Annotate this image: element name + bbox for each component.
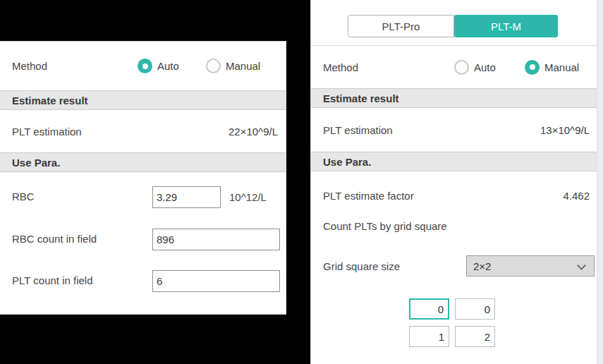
auto-radio-group[interactable]: Auto [138,59,179,73]
use-para-header: Use Para. [311,152,603,171]
method-label: Method [311,61,358,73]
manual-radio[interactable] [206,59,221,73]
grid-square-size-label: Grid square size [311,260,400,272]
grid-cell-input-r1c1[interactable] [455,326,495,347]
auto-radio-group[interactable]: Auto [454,60,496,75]
auto-radio[interactable] [138,59,152,73]
screen-background: Method Auto Manual Estimate result PLT e… [0,0,603,364]
use-para-header: Use Para. [0,152,286,172]
plt-count-label: PLT count in field [0,274,93,286]
manual-radio-group[interactable]: Manual [206,59,260,73]
plt-m-panel: PLT-Pro PLT-M Method Auto Manual Estimat… [310,0,603,364]
plt-estimate-factor-row: PLT estimate factor 4.462 [311,174,603,217]
tabs-row: PLT-Pro PLT-M [311,0,603,46]
plt-count-input[interactable] [152,270,280,292]
plt-estimation-value: 22×10^9/L [229,126,278,138]
rbc-count-input[interactable] [152,229,280,250]
plt-estimation-value: 13×10^9/L [540,124,590,136]
auto-radio[interactable] [454,60,469,75]
chevron-down-icon [577,261,586,270]
grid-cell-input-r0c0[interactable] [409,298,449,320]
tab-plt-m[interactable]: PLT-M [454,15,558,37]
rbc-count-row: RBC count in field [0,217,286,260]
grid-square-size-row: Grid square size 2×2 [311,245,603,286]
grid-square-size-select[interactable]: 2×2 [466,255,595,277]
plt-estimate-factor-label: PLT estimate factor [311,190,414,202]
plt-estimation-label: PLT estimation [0,126,82,138]
plt-count-grid [409,298,495,347]
rbc-input[interactable] [152,186,221,208]
grid-square-size-value: 2×2 [473,260,491,272]
manual-radio-group[interactable]: Manual [525,60,579,75]
plt-pro-panel: Method Auto Manual Estimate result PLT e… [0,41,286,315]
plt-estimation-row: PLT estimation 22×10^9/L [0,110,286,152]
plt-count-row: PLT count in field [0,259,286,301]
estimate-result-header: Estimate result [0,90,286,110]
scrollbar[interactable] [597,0,603,364]
method-label: Method [0,60,47,72]
estimate-result-header: Estimate result [311,88,603,108]
manual-radio[interactable] [525,60,540,75]
manual-radio-label[interactable]: Manual [544,61,579,73]
manual-radio-label[interactable]: Manual [226,60,260,72]
plt-estimation-label: PLT estimation [311,124,393,136]
method-row-right: Method Auto Manual [311,46,603,88]
auto-radio-label[interactable]: Auto [157,60,179,72]
plt-estimate-factor-value: 4.462 [563,190,590,202]
count-plts-label: Count PLTs by grid square [311,220,447,232]
count-plts-row: Count PLTs by grid square [311,212,603,240]
rbc-unit: 10^12/L [229,191,267,203]
plt-estimation-row: PLT estimation 13×10^9/L [311,108,603,152]
grid-cell-input-r0c1[interactable] [455,298,495,320]
auto-radio-label[interactable]: Auto [474,61,496,73]
method-row-left: Method Auto Manual [0,42,286,90]
tab-plt-pro[interactable]: PLT-Pro [348,15,454,37]
rbc-label: RBC [0,190,35,202]
grid-cell-input-r1c0[interactable] [409,326,449,347]
rbc-row: RBC 10^12/L [0,175,286,217]
rbc-count-label: RBC count in field [0,233,97,245]
